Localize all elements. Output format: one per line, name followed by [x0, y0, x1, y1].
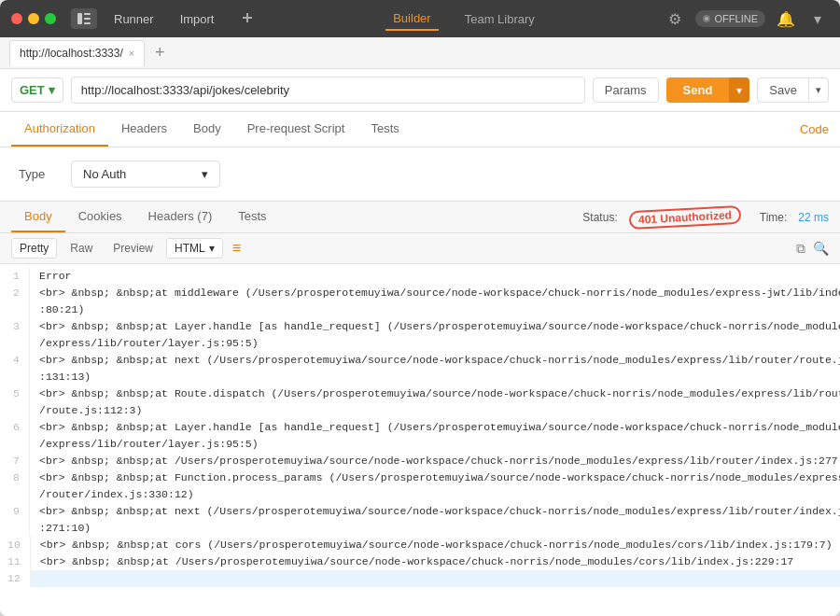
- req-tabs-left: Authorization Headers Body Pre-request S…: [11, 112, 413, 147]
- tab-headers[interactable]: Headers: [108, 112, 180, 147]
- line-number: 9: [0, 503, 30, 520]
- table-row: 9<br> &nbsp; &nbsp;at next (/Users/prosp…: [0, 503, 840, 520]
- raw-button[interactable]: Raw: [63, 239, 100, 258]
- line-number: 10: [0, 537, 31, 553]
- table-row: 4<br> &nbsp; &nbsp;at next (/Users/prosp…: [0, 352, 840, 369]
- table-row: /express/lib/router/layer.js:95:5): [0, 335, 840, 352]
- svg-rect-0: [77, 13, 82, 24]
- line-number: [0, 301, 30, 318]
- url-tab[interactable]: http://localhost:3333/ ×: [9, 40, 145, 66]
- url-input[interactable]: [71, 77, 585, 104]
- copy-icon[interactable]: ⧉: [796, 241, 805, 257]
- line-content: :80:21): [30, 301, 840, 318]
- table-row: 12: [0, 570, 840, 587]
- line-number: 7: [0, 453, 30, 469]
- tab-pre-request[interactable]: Pre-request Script: [234, 112, 358, 147]
- send-dropdown-button[interactable]: ▾: [729, 77, 749, 103]
- line-content: <br> &nbsp; &nbsp;at next (/Users/prospe…: [30, 352, 840, 369]
- line-content: /express/lib/router/layer.js:95:5): [30, 335, 840, 352]
- traffic-lights: [11, 13, 56, 24]
- line-content: <br> &nbsp; &nbsp;at Route.dispatch (/Us…: [30, 385, 840, 402]
- line-number: 2: [0, 285, 30, 301]
- titlebar-right: ⚙ OFFLINE 🔔 ▾: [664, 7, 829, 30]
- line-content: /route.js:112:3): [30, 402, 840, 419]
- method-chevron-icon: ▾: [49, 83, 55, 97]
- resp-tab-cookies[interactable]: Cookies: [65, 202, 135, 232]
- notification-icon[interactable]: 🔔: [775, 7, 797, 30]
- line-number: 4: [0, 352, 30, 369]
- close-tab-icon[interactable]: ×: [129, 48, 134, 59]
- offline-badge: OFFLINE: [695, 10, 765, 27]
- line-content: Error: [30, 268, 840, 285]
- line-number: [0, 335, 30, 352]
- line-number: 5: [0, 385, 30, 402]
- request-tabs: Authorization Headers Body Pre-request S…: [0, 112, 840, 147]
- line-content: <br> &nbsp; &nbsp;at next (/Users/prospe…: [30, 503, 840, 520]
- line-number: 3: [0, 318, 30, 335]
- svg-rect-2: [84, 18, 91, 20]
- search-icon[interactable]: 🔍: [813, 241, 829, 257]
- table-row: 10<br> &nbsp; &nbsp;at cors (/Users/pros…: [0, 537, 840, 553]
- builder-tab[interactable]: Builder: [385, 7, 438, 31]
- table-row: 2<br> &nbsp; &nbsp;at middleware (/Users…: [0, 285, 840, 301]
- maximize-button[interactable]: [45, 13, 56, 24]
- sidebar-toggle-button[interactable]: [71, 8, 97, 29]
- preview-button[interactable]: Preview: [105, 239, 161, 258]
- line-number: [0, 436, 30, 453]
- auth-type-value: No Auth: [83, 167, 126, 181]
- resp-tab-body[interactable]: Body: [11, 202, 65, 232]
- table-row: 5<br> &nbsp; &nbsp;at Route.dispatch (/U…: [0, 385, 840, 402]
- auth-type-select[interactable]: No Auth ▾: [71, 161, 220, 188]
- add-tab-button[interactable]: +: [148, 42, 171, 64]
- response-body[interactable]: 1Error2<br> &nbsp; &nbsp;at middleware (…: [0, 264, 840, 616]
- save-group: Save ▾: [757, 77, 829, 103]
- svg-rect-5: [246, 13, 248, 22]
- send-button[interactable]: Send: [666, 77, 730, 103]
- table-row: /router/index.js:330:12): [0, 486, 840, 503]
- tab-authorization[interactable]: Authorization: [11, 112, 108, 147]
- line-content: <br> &nbsp; &nbsp;at Layer.handle [as ha…: [30, 419, 840, 436]
- line-number: 12: [0, 570, 31, 587]
- align-icon[interactable]: ≡: [232, 240, 241, 257]
- status-label: Status:: [582, 211, 617, 224]
- titlebar-center: Builder Team Library: [272, 7, 655, 31]
- titlebar: Runner Import Builder Team Library ⚙ OFF…: [0, 0, 840, 37]
- tab-tests[interactable]: Tests: [357, 112, 412, 147]
- runner-tab[interactable]: Runner: [105, 8, 163, 30]
- time-label: Time:: [760, 211, 788, 224]
- new-tab-button[interactable]: [231, 7, 264, 32]
- request-bar: GET ▾ Params Send ▾ Save ▾: [0, 69, 840, 112]
- line-content: /express/lib/router/layer.js:95:5): [30, 436, 840, 453]
- params-button[interactable]: Params: [593, 77, 659, 103]
- line-content: <br> &nbsp; &nbsp;at Layer.handle [as ha…: [30, 318, 840, 335]
- tab-body[interactable]: Body: [180, 112, 234, 147]
- svg-rect-3: [84, 22, 91, 24]
- team-library-tab[interactable]: Team Library: [457, 8, 542, 30]
- time-value: 22 ms: [798, 211, 829, 224]
- line-content: <br> &nbsp; &nbsp;at middleware (/Users/…: [30, 285, 840, 301]
- minimize-button[interactable]: [28, 13, 39, 24]
- save-dropdown-button[interactable]: ▾: [808, 78, 828, 102]
- line-content: <br> &nbsp; &nbsp;at cors (/Users/prospe…: [31, 537, 840, 553]
- pretty-button[interactable]: Pretty: [11, 238, 57, 259]
- settings-icon[interactable]: ⚙: [664, 7, 686, 30]
- line-content: <br> &nbsp; &nbsp;at /Users/prosperotemu…: [30, 453, 840, 469]
- table-row: :131:13): [0, 369, 840, 385]
- resp-tab-headers[interactable]: Headers (7): [135, 202, 226, 232]
- table-row: 1Error: [0, 268, 840, 285]
- code-link[interactable]: Code: [800, 122, 829, 136]
- svg-rect-1: [84, 13, 91, 15]
- import-tab[interactable]: Import: [171, 8, 224, 30]
- line-content: :271:10): [30, 520, 840, 537]
- fmt-right-icons: ⧉ 🔍: [796, 241, 829, 257]
- save-button[interactable]: Save: [758, 78, 808, 102]
- tab-url-label: http://localhost:3333/: [20, 47, 123, 60]
- chevron-down-icon[interactable]: ▾: [806, 7, 829, 30]
- format-value: HTML: [175, 242, 205, 255]
- line-content: :131:13): [30, 369, 840, 385]
- close-button[interactable]: [11, 13, 22, 24]
- format-select[interactable]: HTML ▾: [166, 238, 223, 259]
- resp-tab-tests[interactable]: Tests: [225, 202, 279, 232]
- method-select[interactable]: GET ▾: [11, 77, 63, 103]
- line-content: /router/index.js:330:12): [30, 486, 840, 503]
